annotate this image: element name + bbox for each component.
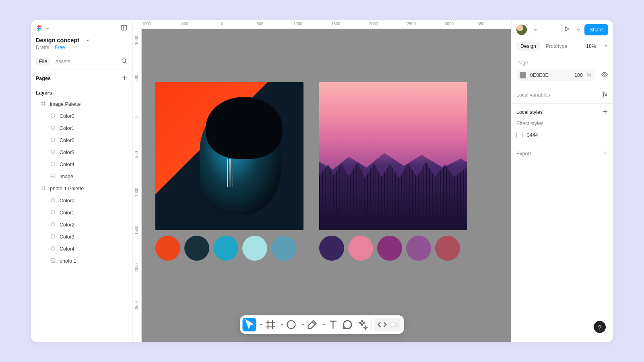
color-swatch[interactable] xyxy=(348,236,373,261)
color-swatch[interactable] xyxy=(271,236,296,261)
move-tool-menu[interactable] xyxy=(257,323,263,327)
layer-name: Color4 xyxy=(60,162,74,167)
export-label[interactable]: Export xyxy=(516,151,531,156)
ellipse-icon xyxy=(50,125,56,132)
help-button[interactable]: ? xyxy=(594,321,606,333)
layer-name: Color0 xyxy=(60,198,74,204)
page-background-field[interactable]: 8E8E8E 100 % xyxy=(516,70,594,81)
shape-tool-menu[interactable] xyxy=(299,323,305,327)
svg-point-37 xyxy=(603,93,605,94)
canvas-image-1[interactable] xyxy=(155,82,303,230)
drafts-link[interactable]: Drafts xyxy=(36,45,49,50)
chevron-down-icon[interactable] xyxy=(602,43,608,49)
color-swatch[interactable] xyxy=(435,236,460,261)
layer-item[interactable]: Color3 xyxy=(31,146,132,158)
color-swatch[interactable] xyxy=(213,236,238,261)
settings-sliders-icon[interactable] xyxy=(602,91,608,99)
layer-item[interactable]: image Palette xyxy=(31,98,132,110)
ellipse-icon xyxy=(50,197,56,204)
frame-tool-menu[interactable] xyxy=(278,323,284,327)
panel-toggle-icon[interactable] xyxy=(120,24,128,33)
svg-rect-1 xyxy=(121,25,127,30)
artboard-image-palette[interactable] xyxy=(155,82,303,261)
zoom-level[interactable]: 18% xyxy=(586,43,596,49)
layer-item[interactable]: Color4 xyxy=(31,243,132,255)
project-title[interactable]: Design concept xyxy=(36,37,128,43)
dev-mode-switch[interactable] xyxy=(391,322,399,327)
color-swatch[interactable] xyxy=(184,236,209,261)
tab-file[interactable]: File xyxy=(36,58,50,66)
palette-1-swatches xyxy=(155,236,303,261)
effect-styles-label: Effect styles xyxy=(516,121,608,126)
plan-badge[interactable]: Free xyxy=(55,45,65,50)
ellipse-icon xyxy=(50,246,56,252)
dev-mode-toggle[interactable] xyxy=(376,318,389,331)
frame-tool[interactable] xyxy=(264,318,277,331)
layer-item[interactable]: image xyxy=(31,171,132,183)
frame-icon xyxy=(41,185,46,192)
pen-tool-menu[interactable] xyxy=(320,323,326,327)
main-menu-button[interactable] xyxy=(36,25,50,32)
toolbar xyxy=(240,315,404,334)
svg-point-39 xyxy=(605,95,607,96)
effect-style-item[interactable]: 3444 xyxy=(516,130,608,140)
ruler-horizontal: 1000-500050010001500200025003000350 xyxy=(133,20,511,29)
canvas-image-2[interactable] xyxy=(319,82,467,230)
canvas[interactable] xyxy=(142,29,511,342)
ruler-tick: -1000 xyxy=(134,35,139,47)
actions-tool[interactable] xyxy=(355,318,369,331)
add-export-button[interactable] xyxy=(602,150,608,157)
svg-line-4 xyxy=(125,62,126,63)
svg-point-13 xyxy=(51,138,55,142)
present-button[interactable] xyxy=(564,26,570,34)
layers-heading: Layers xyxy=(31,86,132,98)
comment-tool[interactable] xyxy=(341,318,355,331)
visibility-toggle-icon[interactable] xyxy=(598,71,608,80)
layer-item[interactable]: photo 1 xyxy=(31,255,132,267)
text-tool[interactable] xyxy=(326,318,340,331)
palette-2-swatches xyxy=(319,236,467,261)
add-page-button[interactable] xyxy=(122,75,128,82)
chevron-down-icon[interactable] xyxy=(574,26,580,33)
page-color-unit: % xyxy=(587,72,591,78)
ruler-tick: 2000 xyxy=(369,22,378,26)
layer-item[interactable]: Color4 xyxy=(31,158,132,171)
svg-point-3 xyxy=(122,59,126,62)
share-button[interactable]: Share xyxy=(584,24,608,35)
layer-item[interactable]: Color1 xyxy=(31,207,132,219)
ellipse-icon xyxy=(50,161,56,168)
color-swatch[interactable] xyxy=(242,236,267,261)
ellipse-icon xyxy=(50,149,56,156)
user-avatar[interactable] xyxy=(516,25,527,35)
svg-rect-26 xyxy=(51,258,55,262)
layer-item[interactable]: Color2 xyxy=(31,134,132,146)
layer-item[interactable]: Color2 xyxy=(31,219,132,231)
search-icon[interactable] xyxy=(121,58,128,66)
ruler-tick: 500 xyxy=(134,148,139,160)
shape-tool[interactable] xyxy=(285,318,298,331)
layer-item[interactable]: Color0 xyxy=(31,195,132,207)
tab-assets[interactable]: Assets xyxy=(55,59,70,64)
ruler-tick: 350 xyxy=(478,22,485,26)
move-tool[interactable] xyxy=(243,318,256,331)
local-variables-label[interactable]: Local variables xyxy=(516,92,550,98)
image-icon xyxy=(50,258,56,264)
ruler-tick: 0 xyxy=(221,22,223,26)
pen-tool[interactable] xyxy=(305,318,319,331)
color-swatch[interactable] xyxy=(155,236,180,261)
layer-item[interactable]: Color0 xyxy=(31,110,132,122)
layer-item[interactable]: photo 1 Palette xyxy=(31,183,132,195)
chevron-down-icon[interactable] xyxy=(531,26,537,33)
color-swatch[interactable] xyxy=(319,236,344,261)
svg-point-31 xyxy=(287,321,295,329)
chevron-down-icon xyxy=(83,37,90,43)
layer-item[interactable]: Color3 xyxy=(31,231,132,243)
tab-design[interactable]: Design xyxy=(516,42,540,51)
tab-prototype[interactable]: Prototype xyxy=(546,43,568,49)
color-swatch[interactable] xyxy=(377,236,402,261)
effect-style-icon xyxy=(516,132,523,138)
color-swatch[interactable] xyxy=(406,236,431,261)
add-style-button[interactable] xyxy=(602,109,608,116)
layer-item[interactable]: Color1 xyxy=(31,122,132,134)
artboard-photo1-palette[interactable] xyxy=(319,82,467,261)
